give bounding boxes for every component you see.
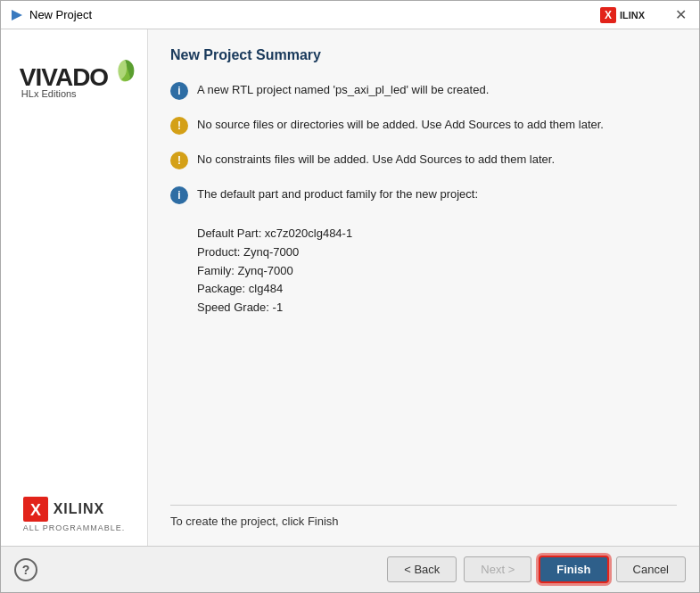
main-content: VIVADO HLx Editions: [1, 29, 699, 546]
svg-text:X: X: [30, 501, 41, 519]
info-block-2: ! No source files or directories will be…: [170, 116, 677, 135]
info-block-3: ! No constraints files will be added. Us…: [170, 151, 677, 169]
title-bar: New Project X ILINX ✕: [1, 1, 699, 29]
xilinx-logo: X XILINX: [23, 497, 105, 522]
help-button[interactable]: ?: [14, 558, 37, 581]
all-programmable-label: ALL PROGRAMMABLE.: [23, 523, 126, 532]
warning-icon-1: !: [170, 117, 188, 135]
vivado-wordmark: VIVADO: [20, 65, 108, 90]
xilinx-wordmark: XILINX: [54, 501, 105, 517]
info-block-4: i The default part and product family fo…: [170, 185, 677, 204]
info-text-3: No constraints files will be added. Use …: [197, 151, 555, 169]
close-button[interactable]: ✕: [671, 8, 690, 22]
app-icon: [10, 8, 24, 22]
cancel-button[interactable]: Cancel: [616, 556, 686, 582]
content-panel: New Project Summary i A new RTL project …: [148, 29, 699, 546]
info-text-4: The default part and product family for …: [197, 185, 478, 203]
finish-button[interactable]: Finish: [539, 556, 608, 583]
detail-package: Package: clg484: [197, 280, 677, 299]
bottom-note: To create the project, click Finish: [170, 505, 677, 528]
xilinx-logo-area: X XILINX ALL PROGRAMMABLE.: [10, 483, 139, 546]
back-button[interactable]: < Back: [387, 556, 457, 582]
info-icon-1: i: [170, 82, 188, 100]
svg-text:ILINX: ILINX: [620, 10, 646, 21]
svg-text:X: X: [605, 9, 612, 21]
hlx-edition-label: HLx Editions: [21, 88, 77, 99]
sidebar: VIVADO HLx Editions: [1, 29, 148, 546]
project-details: Default Part: xc7z020clg484-1 Product: Z…: [197, 225, 677, 317]
dialog: New Project X ILINX ✕ VIVADO: [0, 0, 700, 593]
info-icon-2: i: [170, 186, 188, 204]
next-button[interactable]: Next >: [464, 556, 531, 582]
warning-icon-2: !: [170, 152, 188, 169]
footer: ? < Back Next > Finish Cancel: [1, 546, 699, 592]
xilinx-x-icon: X: [23, 497, 48, 522]
page-title: New Project Summary: [170, 47, 677, 63]
vivado-logo: VIVADO HLx Editions: [20, 65, 137, 99]
title-bar-text: New Project: [29, 8, 600, 21]
xilinx-header-logo: X ILINX: [600, 5, 671, 25]
detail-speed-grade: Speed Grade: -1: [197, 299, 677, 317]
info-text-1: A new RTL project named 'ps_axi_pl_led' …: [197, 81, 489, 99]
info-block-1: i A new RTL project named 'ps_axi_pl_led…: [170, 81, 677, 100]
detail-product: Product: Zynq-7000: [197, 243, 677, 262]
detail-family: Family: Zynq-7000: [197, 262, 677, 281]
vivado-logo-area: VIVADO HLx Editions: [11, 56, 137, 99]
svg-marker-0: [12, 10, 22, 21]
vivado-leaf-icon: [112, 58, 137, 87]
detail-default-part: Default Part: xc7z020clg484-1: [197, 225, 677, 243]
info-text-2: No source files or directories will be a…: [197, 116, 604, 134]
